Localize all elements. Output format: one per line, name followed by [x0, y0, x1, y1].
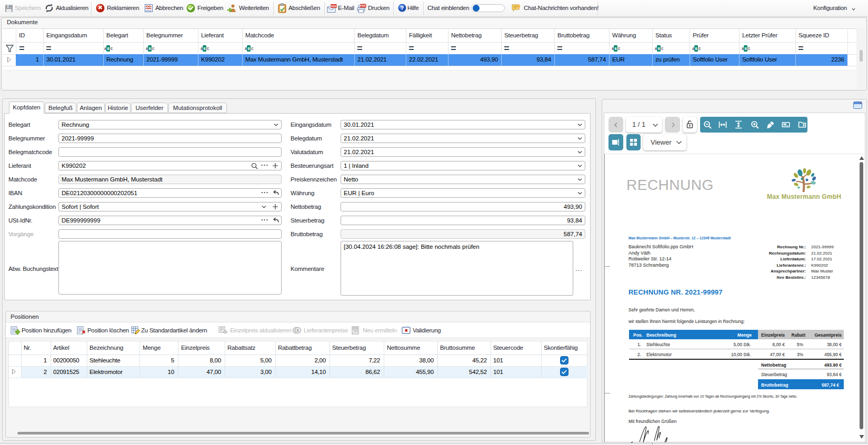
svg-text:€: €: [297, 328, 300, 333]
svg-text:PDF: PDF: [360, 4, 366, 7]
svg-text:?: ?: [401, 5, 404, 11]
svg-text:PDF: PDF: [331, 5, 337, 8]
